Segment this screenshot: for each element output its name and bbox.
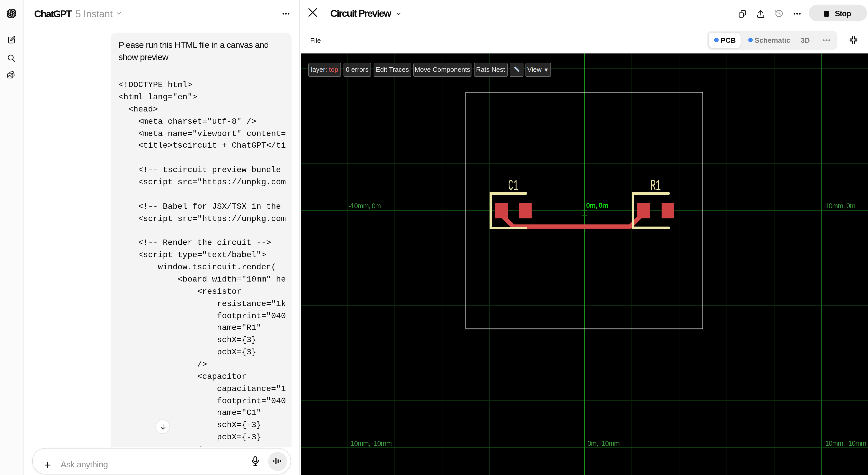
svg-text:C1: C1 xyxy=(508,177,518,194)
svg-text:0m, 0m: 0m, 0m xyxy=(586,202,608,209)
svg-text:R1: R1 xyxy=(651,177,661,194)
svg-text:0m, -10mm: 0m, -10mm xyxy=(587,440,620,447)
svg-text:10mm, 0m: 10mm, 0m xyxy=(825,202,855,210)
svg-text:10mm, -10mm: 10mm, -10mm xyxy=(825,440,866,447)
svg-text:-10mm, 0m: -10mm, 0m xyxy=(349,202,381,210)
svg-text:-10mm, -10mm: -10mm, -10mm xyxy=(349,440,392,447)
